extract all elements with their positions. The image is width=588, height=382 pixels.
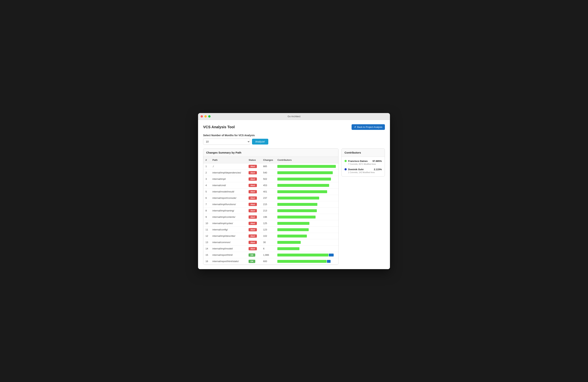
status-badge: Alert bbox=[249, 177, 257, 181]
table-row: 3 internal/impl/ Alert 502 bbox=[203, 176, 338, 182]
cell-status: Alert bbox=[246, 220, 261, 227]
status-badge: Alert bbox=[249, 209, 257, 212]
table-row: 10 internal/impl/cycles/ Alert 125 bbox=[203, 220, 338, 227]
cell-num: 1 bbox=[203, 163, 210, 170]
bar-blue bbox=[327, 260, 331, 263]
status-badge: Alert bbox=[249, 215, 257, 219]
page-title: VCS Analysis Tool bbox=[203, 125, 235, 129]
cell-num: 12 bbox=[203, 233, 210, 239]
contributor-detail: 1 Commits, 142 Modified lines bbox=[348, 171, 382, 173]
bar-container bbox=[277, 171, 336, 174]
status-badge: Alert bbox=[249, 234, 257, 238]
controls-row: 10 1 3 6 12 24 Analyze! bbox=[203, 138, 385, 145]
status-badge: Alert bbox=[249, 228, 257, 231]
cell-path: internal/report/html/static/ bbox=[210, 258, 246, 265]
contributor-name: Francisco Daines bbox=[348, 160, 371, 162]
cell-bar bbox=[275, 189, 338, 195]
bar-container bbox=[277, 247, 336, 250]
cell-changes: 102 bbox=[261, 233, 275, 239]
bar-container bbox=[277, 228, 336, 231]
bar-green bbox=[277, 165, 336, 168]
contributors-panel-title: Contributors bbox=[342, 149, 385, 157]
cell-num: 9 bbox=[203, 214, 210, 220]
cell-changes: 30 bbox=[261, 239, 275, 246]
cell-bar bbox=[275, 227, 338, 233]
cell-status: Alert bbox=[246, 214, 261, 220]
bar-blue bbox=[329, 254, 334, 256]
bar-container bbox=[277, 209, 336, 212]
status-badge: OK bbox=[249, 253, 255, 257]
contributor-row: Francisco Daines 97.885% bbox=[344, 160, 382, 162]
month-select[interactable]: 10 1 3 6 12 24 bbox=[203, 138, 250, 145]
maximize-button[interactable] bbox=[208, 115, 210, 117]
bar-container bbox=[277, 196, 336, 200]
section-label: Select Number of Months for VCS Analysis bbox=[203, 134, 385, 137]
status-badge: Alert bbox=[249, 190, 257, 193]
col-header-contributors: Contributors bbox=[275, 157, 338, 163]
table-row: 6 internal/report/console/ Alert 237 bbox=[203, 195, 338, 201]
cell-path: internal/impl/functions/ bbox=[210, 201, 246, 208]
cell-status: Alert bbox=[246, 227, 261, 233]
changes-table-wrap: # Path Status Changes Contributors 1 ./ … bbox=[203, 157, 338, 265]
minimize-button[interactable] bbox=[204, 115, 207, 117]
contributors-body: Francisco Daines 97.885% 7 Commits, 6571… bbox=[342, 157, 385, 176]
cell-num: 15 bbox=[203, 252, 210, 258]
cell-changes: 502 bbox=[261, 176, 275, 182]
cell-bar bbox=[275, 220, 338, 227]
bar-green bbox=[277, 216, 315, 218]
cell-path: internal/impl/naming/ bbox=[210, 208, 246, 214]
cell-num: 13 bbox=[203, 239, 210, 246]
cell-status: Alert bbox=[246, 233, 261, 239]
analyze-button[interactable]: Analyze! bbox=[252, 139, 268, 145]
bar-container bbox=[277, 260, 336, 263]
cell-bar bbox=[275, 176, 338, 182]
cell-status: OK bbox=[246, 252, 261, 258]
cell-num: 11 bbox=[203, 227, 210, 233]
bar-green bbox=[277, 197, 319, 199]
col-header-path: Path bbox=[210, 157, 246, 163]
cell-status: Alert bbox=[246, 163, 261, 170]
cell-bar bbox=[275, 233, 338, 239]
cell-path: internal/impl/contents/ bbox=[210, 214, 246, 220]
cell-status: Alert bbox=[246, 176, 261, 182]
traffic-lights bbox=[201, 115, 210, 117]
bar-green bbox=[277, 222, 309, 225]
bar-container bbox=[277, 203, 336, 206]
bar-container bbox=[277, 215, 336, 219]
table-row: 13 internal/common/ Alert 30 bbox=[203, 239, 338, 246]
cell-bar bbox=[275, 258, 338, 265]
table-row: 1 ./ Alert 885 bbox=[203, 163, 338, 170]
cell-changes: 125 bbox=[261, 220, 275, 227]
cell-changes: 237 bbox=[261, 195, 275, 201]
cell-changes: 540 bbox=[261, 170, 275, 176]
cell-changes: 885 bbox=[261, 163, 275, 170]
main-content: VCS Analysis Tool ↺ Back to Project Anal… bbox=[198, 120, 390, 269]
cell-changes: 401 bbox=[261, 189, 275, 195]
cell-status: Alert bbox=[246, 189, 261, 195]
cell-changes: 215 bbox=[261, 201, 275, 208]
back-button[interactable]: ↺ Back to Project Analysis bbox=[352, 124, 385, 130]
table-row: 14 internal/impl/model/ Alert 6 bbox=[203, 246, 338, 252]
cell-bar bbox=[275, 239, 338, 246]
cell-num: 4 bbox=[203, 182, 210, 189]
cell-status: Alert bbox=[246, 195, 261, 201]
cell-bar bbox=[275, 252, 338, 258]
status-badge: Alert bbox=[249, 196, 257, 200]
cell-path: internal/impl/describe/ bbox=[210, 233, 246, 239]
cell-changes: 600 bbox=[261, 258, 275, 265]
table-row: 4 internal/cmd/ Alert 453 bbox=[203, 182, 338, 189]
cell-changes: 453 bbox=[261, 182, 275, 189]
status-badge: Alert bbox=[249, 171, 257, 174]
main-layout: Changes Summary by Path # Path Status Ch… bbox=[203, 148, 385, 265]
bar-green bbox=[277, 260, 327, 263]
contributor-item: Dominik Guhr 2.115% 1 Commits, 142 Modif… bbox=[344, 168, 382, 173]
bar-container bbox=[277, 190, 336, 193]
table-row: 16 internal/report/html/static/ OK 600 bbox=[203, 258, 338, 265]
bar-container bbox=[277, 241, 336, 244]
cell-path: internal/config/ bbox=[210, 227, 246, 233]
bar-green bbox=[277, 241, 301, 244]
close-button[interactable] bbox=[201, 115, 203, 117]
bar-green bbox=[277, 254, 328, 256]
status-badge: Alert bbox=[249, 184, 257, 187]
bar-green bbox=[277, 178, 331, 180]
